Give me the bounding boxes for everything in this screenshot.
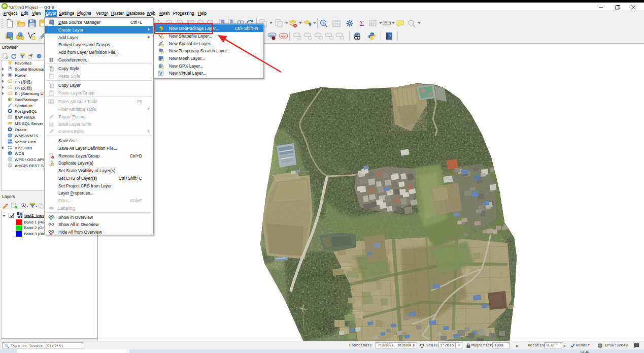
svg-text:i: i [39, 54, 40, 58]
svg-text:abc: abc [281, 35, 286, 38]
svg-text:i: i [323, 21, 324, 25]
svg-text:?: ? [389, 34, 391, 39]
svg-text:Σ: Σ [360, 19, 364, 27]
